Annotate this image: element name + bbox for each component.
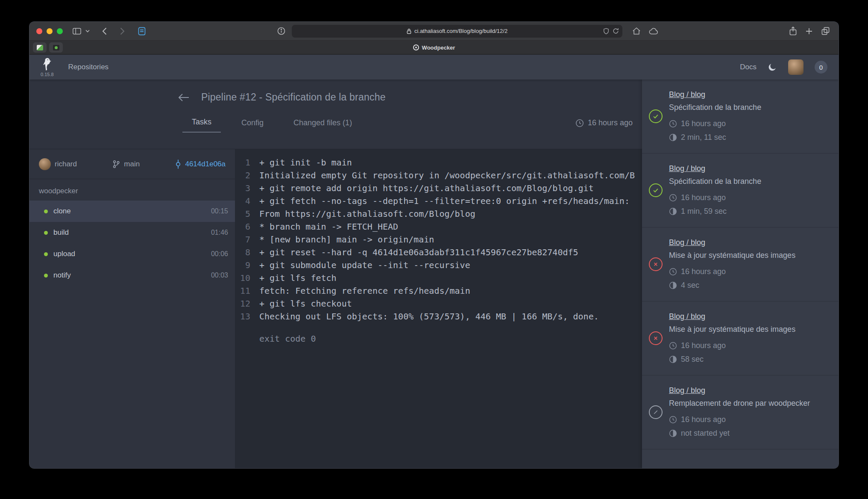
log-line: 6* branch main -> FETCH_HEAD <box>235 220 642 233</box>
status-failure-icon <box>649 331 663 345</box>
commit-message: Remplacement de drone par woodpecker <box>669 398 831 409</box>
task-duration: 00:15 <box>211 207 228 215</box>
zoom-button[interactable] <box>57 28 63 34</box>
tab-tasks[interactable]: Tasks <box>182 118 221 133</box>
tab-overview-icon[interactable] <box>819 25 832 38</box>
task-item-build[interactable]: build 01:46 <box>29 222 235 243</box>
pipeline-time-label: 16 hours ago <box>588 118 633 127</box>
task-status-dot <box>44 210 48 213</box>
forward-icon[interactable] <box>116 25 129 38</box>
line-number: 5 <box>235 207 250 220</box>
task-item-clone[interactable]: clone 00:15 <box>29 201 235 222</box>
status-success-icon <box>649 183 663 197</box>
line-text: Initialized empty Git repository in /woo… <box>259 169 635 182</box>
clock-icon <box>575 119 584 127</box>
task-item-upload[interactable]: upload 00:06 <box>29 243 235 265</box>
log-output[interactable]: 1+ git init -b main 2Initialized empty G… <box>235 149 642 468</box>
build-duration: 1 min, 59 sec <box>681 206 727 217</box>
line-text: + git fetch --no-tags --depth=1 --filter… <box>259 195 630 207</box>
tab-title: Woodpecker <box>422 44 455 51</box>
builds-sidebar[interactable]: Blog / blog Spécification de la branche … <box>642 80 839 468</box>
line-number: 10 <box>235 272 250 284</box>
browser-toolbar: ci.athaliasoft.com/Blog/blog/build/12/2 <box>29 22 839 41</box>
exit-code: exit code 0 <box>235 332 642 345</box>
woodpecker-logo[interactable]: 0.15.8 <box>41 58 54 77</box>
task-panel: richard main <box>29 149 235 468</box>
status-failure-icon <box>649 257 663 271</box>
line-text: + git submodule update --init --recursiv… <box>259 259 470 272</box>
url-text: ci.athaliasoft.com/Blog/blog/build/12/2 <box>414 28 507 34</box>
task-duration: 00:06 <box>211 250 228 258</box>
active-tab[interactable]: Woodpecker <box>29 41 839 54</box>
lock-icon <box>407 28 411 34</box>
back-icon[interactable] <box>98 25 111 38</box>
sidebar-toggle-icon[interactable] <box>70 25 83 38</box>
pipeline-title: Pipeline #12 - Spécification de la branc… <box>201 92 386 103</box>
tab-changed-files[interactable]: Changed files (1) <box>284 118 361 133</box>
build-entry[interactable]: Blog / blog Remplacement de drone par wo… <box>642 449 839 468</box>
repo-link[interactable]: Blog / blog <box>669 164 831 173</box>
back-arrow-icon[interactable] <box>177 92 190 103</box>
build-time: 16 hours ago <box>681 192 726 203</box>
clock-icon <box>669 268 677 276</box>
task-name: clone <box>53 207 71 216</box>
repo-link[interactable]: Blog / blog <box>669 90 831 99</box>
close-button[interactable] <box>36 28 42 34</box>
address-bar[interactable]: ci.athaliasoft.com/Blog/blog/build/12/2 <box>292 25 622 38</box>
notification-badge[interactable]: 0 <box>815 61 827 74</box>
line-number: 4 <box>235 195 250 207</box>
task-status-dot <box>44 252 48 256</box>
extension-icon[interactable] <box>275 25 287 38</box>
build-duration: 4 sec <box>681 280 699 291</box>
log-line: 9+ git submodule update --init --recursi… <box>235 259 642 272</box>
task-status-dot <box>44 274 48 278</box>
start-page-icon[interactable] <box>135 25 148 38</box>
user-avatar[interactable] <box>788 59 803 75</box>
commit-chip[interactable]: 4614d1e06a <box>175 159 226 169</box>
line-text: * [new branch] main -> origin/main <box>259 233 434 246</box>
build-duration: 58 sec <box>681 354 704 365</box>
build-entry[interactable]: Blog / blog Mise à jour systématique des… <box>642 227 839 301</box>
branch-name: main <box>124 160 140 168</box>
line-number: 11 <box>235 284 250 297</box>
build-entry[interactable]: Blog / blog Remplacement de drone par wo… <box>642 375 839 449</box>
traffic-lights <box>36 28 63 34</box>
task-item-notify[interactable]: notify 00:03 <box>29 265 235 286</box>
author-avatar <box>39 158 51 170</box>
reload-icon[interactable] <box>613 28 619 34</box>
line-number: 3 <box>235 182 250 195</box>
cloud-tabs-icon[interactable] <box>647 25 660 38</box>
branch-chip: main <box>112 160 140 168</box>
woodpecker-app: 0.15.8 Repositories Docs 0 <box>29 55 839 468</box>
chevron-down-icon[interactable] <box>83 25 92 38</box>
task-group-label: woodpecker <box>29 179 235 201</box>
dark-mode-icon[interactable] <box>768 62 777 72</box>
minimize-button[interactable] <box>47 28 53 34</box>
new-tab-icon[interactable] <box>803 25 815 38</box>
log-line: 11fetch: Fetching reference refs/heads/m… <box>235 284 642 297</box>
line-text: fetch: Fetching reference refs/heads/mai… <box>259 284 470 297</box>
tab-config[interactable]: Config <box>232 118 273 133</box>
pinned-tab-1[interactable] <box>33 42 47 53</box>
line-number: 9 <box>235 259 250 272</box>
repo-link[interactable]: Blog / blog <box>669 386 831 395</box>
repo-link[interactable]: Blog / blog <box>669 238 831 247</box>
build-entry[interactable]: Blog / blog Spécification de la branche … <box>642 80 839 154</box>
nav-repositories[interactable]: Repositories <box>68 63 109 71</box>
duration-icon <box>669 281 677 289</box>
pinned-tab-2[interactable] <box>49 42 63 53</box>
build-entry[interactable]: Blog / blog Mise à jour systématique des… <box>642 301 839 375</box>
line-text: Checking out LFS objects: 100% (573/573)… <box>259 310 599 323</box>
commit-message: Mise à jour systématique des images <box>669 250 831 261</box>
build-time: 16 hours ago <box>681 118 726 129</box>
home-icon[interactable] <box>630 25 643 38</box>
duration-icon <box>669 429 677 437</box>
line-number: 8 <box>235 246 250 259</box>
share-icon[interactable] <box>786 25 799 38</box>
build-entry[interactable]: Blog / blog Spécification de la branche … <box>642 154 839 227</box>
clock-icon <box>669 120 677 128</box>
line-number: 2 <box>235 169 250 182</box>
repo-link[interactable]: Blog / blog <box>669 312 831 321</box>
line-text: + git init -b main <box>259 156 352 169</box>
nav-docs[interactable]: Docs <box>740 63 757 71</box>
